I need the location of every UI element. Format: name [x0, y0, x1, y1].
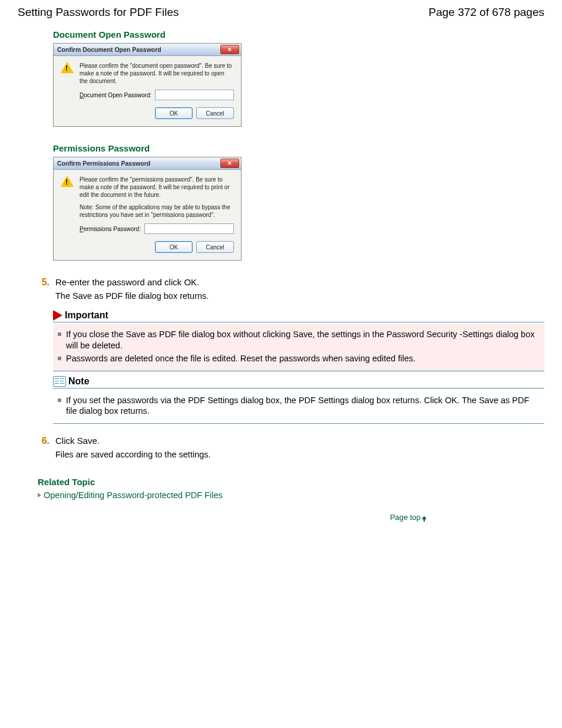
dialog-message: Please confirm the "document open passwo… [80, 62, 234, 85]
cancel-button[interactable]: Cancel [196, 107, 234, 119]
dialog-note: Note: Some of the applications may be ab… [80, 203, 234, 219]
close-icon[interactable]: ✕ [220, 159, 239, 168]
important-title: Important [65, 310, 108, 321]
close-icon[interactable]: ✕ [220, 45, 239, 54]
step-subtext: The Save as PDF file dialog box returns. [55, 291, 544, 301]
permissions-password-input[interactable] [144, 223, 234, 234]
step-number: 6. [38, 436, 49, 446]
important-bullet-1: If you close the Save as PDF file dialog… [66, 329, 540, 351]
step-number: 5. [38, 277, 49, 288]
related-topic-link[interactable]: Opening/Editing Password-protected PDF F… [44, 490, 223, 500]
section-permissions-password: Permissions Password [53, 143, 544, 153]
cancel-button[interactable]: Cancel [196, 241, 234, 253]
important-flag-icon [53, 310, 62, 321]
bullet-icon [58, 398, 61, 402]
up-arrow-icon [422, 516, 427, 519]
page-top-link[interactable]: Page top [18, 513, 427, 522]
warning-icon [61, 62, 74, 73]
note-header: Note [53, 376, 544, 388]
triangle-icon [38, 493, 41, 498]
bullet-icon [58, 357, 61, 360]
dialog-titlebar: Confirm Document Open Password ✕ [54, 44, 241, 56]
step-5: 5. Re-enter the password and click OK. [38, 277, 544, 288]
important-header: Important [53, 310, 544, 322]
dialog-titlebar: Confirm Permissions Password ✕ [54, 157, 241, 170]
step-text: Click Save. [55, 436, 100, 446]
document-open-password-input[interactable] [155, 90, 234, 100]
ok-button[interactable]: OK [155, 107, 193, 119]
page-title: Setting Passwords for PDF Files [18, 6, 178, 19]
step-text: Re-enter the password and click OK. [55, 277, 199, 287]
dialog-title: Confirm Permissions Password [57, 160, 150, 167]
password-field-label: Permissions Password: [80, 226, 141, 232]
dialog-message: Please confirm the "permissions password… [80, 176, 234, 199]
section-document-open-password: Document Open Password [53, 29, 544, 39]
step-6: 6. Click Save. [38, 436, 544, 446]
ok-button[interactable]: OK [155, 241, 193, 253]
note-title: Note [68, 376, 90, 387]
password-field-label: Document Open Password: [80, 92, 151, 98]
note-bullet-1: If you set the passwords via the PDF Set… [66, 395, 540, 417]
step-subtext: Files are saved according to the setting… [55, 450, 544, 459]
page-header: Setting Passwords for PDF Files Page 372… [18, 6, 544, 19]
note-icon [53, 376, 66, 387]
page-number: Page 372 of 678 pages [428, 6, 544, 19]
dialog-confirm-document-open-password: Confirm Document Open Password ✕ Please … [53, 43, 242, 127]
bullet-icon [58, 332, 61, 336]
dialog-title: Confirm Document Open Password [57, 46, 161, 53]
important-body: If you close the Save as PDF file dialog… [53, 324, 544, 371]
dialog-confirm-permissions-password: Confirm Permissions Password ✕ Please co… [53, 157, 242, 261]
important-bullet-2: Passwords are deleted once the file is e… [66, 353, 415, 364]
warning-icon [61, 176, 74, 187]
related-topic-title: Related Topic [38, 477, 544, 487]
note-body: If you set the passwords via the PDF Set… [53, 390, 544, 424]
